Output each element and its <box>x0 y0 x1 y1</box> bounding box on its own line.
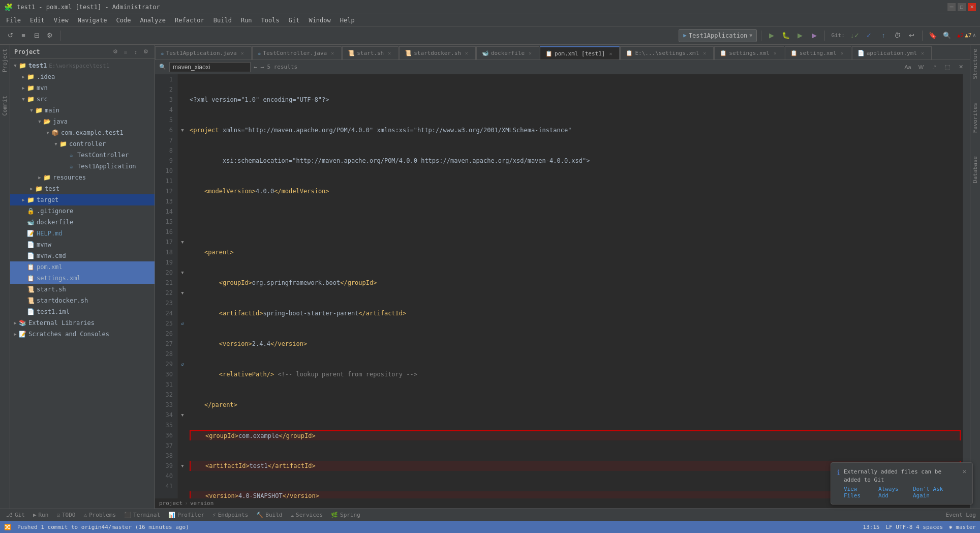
tab-dockerfile[interactable]: 🐋 dockerfile ✕ <box>476 46 539 60</box>
bottom-tab-build[interactable]: 🔨 Build <box>254 512 284 518</box>
menu-navigate[interactable]: Navigate <box>74 16 111 25</box>
find-input[interactable] <box>169 62 251 72</box>
tab-close-pomxml[interactable]: ✕ <box>607 50 614 57</box>
menu-code[interactable]: Code <box>112 16 135 25</box>
tree-item-ext-libs[interactable]: ▶ 📚 External Libraries <box>10 317 155 329</box>
coverage-button[interactable]: ▶ <box>794 29 806 42</box>
tree-item-main[interactable]: ▼ 📁 main <box>10 105 155 116</box>
git-history-button[interactable]: ⏱ <box>892 29 904 42</box>
bottom-tab-endpoints[interactable]: ⚡ Endpoints <box>210 512 250 518</box>
database-side-tab[interactable]: Database <box>970 152 980 187</box>
tab-close-applicationyml[interactable]: ✕ <box>919 50 926 57</box>
menu-window[interactable]: Window <box>304 16 334 25</box>
tab-pomxml[interactable]: 📋 pom.xml [test1] ✕ <box>540 46 620 60</box>
tree-item-helpmd[interactable]: ▶ 📝 HELP.md <box>10 228 155 239</box>
tab-startsh[interactable]: 📜 start.sh ✕ <box>342 46 399 60</box>
tree-item-idea[interactable]: ▶ 📁 .idea <box>10 71 155 82</box>
tree-item-test1iml[interactable]: ▶ 📄 test1.iml <box>10 306 155 317</box>
tab-testcontroller[interactable]: ☕ TestController.java ✕ <box>252 46 342 60</box>
tab-close-testcontroller[interactable]: ✕ <box>329 50 336 57</box>
maximize-button[interactable]: □ <box>958 3 966 11</box>
find-whole-word-btn[interactable]: W <box>916 62 926 72</box>
panel-settings-btn[interactable]: ⚙ <box>111 47 120 56</box>
project-view-button[interactable]: ≡ <box>17 29 29 42</box>
tree-item-controller[interactable]: ▼ 📁 controller <box>10 138 155 150</box>
tree-item-startdockersh[interactable]: ▶ 📜 startdocker.sh <box>10 295 155 306</box>
notif-close-button[interactable]: ✕ <box>963 468 966 475</box>
bookmarks-button[interactable]: 🔖 <box>927 29 939 42</box>
menu-analyze[interactable]: Analyze <box>136 16 170 25</box>
tree-item-startsh[interactable]: ▶ 📜 start.sh <box>10 284 155 295</box>
debug-button[interactable]: 🐛 <box>780 29 792 42</box>
tab-applicationyml[interactable]: 📄 application.yml ✕ <box>852 46 932 60</box>
git-push-button[interactable]: ↑ <box>877 29 890 42</box>
tab-startdockersh[interactable]: 📜 startdocker.sh ✕ <box>399 46 476 60</box>
code-editor[interactable]: 1 2 3 4 5 6 7 8 9 10 11 12 13 14 15 16 1… <box>155 74 970 498</box>
tree-item-test1app[interactable]: ▶ ☕ Test1Application <box>10 161 155 172</box>
menu-run[interactable]: Run <box>237 16 256 25</box>
tree-item-target[interactable]: ▶ 📁 target <box>10 194 155 205</box>
run-config-dropdown[interactable]: ▶ Test1Application ▼ <box>679 29 757 42</box>
bottom-tab-terminal[interactable]: ⬛ Terminal <box>122 512 162 518</box>
run-button[interactable]: ▶ <box>765 29 778 42</box>
find-close-btn[interactable]: ✕ <box>956 62 966 72</box>
tab-close-settingsxml[interactable]: ✕ <box>772 50 779 57</box>
tab-close-settingxml[interactable]: ✕ <box>839 50 846 57</box>
bottom-tab-services[interactable]: ☁ Services <box>288 512 325 518</box>
tree-item-package[interactable]: ▼ 📦 com.example.test1 <box>10 127 155 138</box>
find-match-case-btn[interactable]: Aa <box>903 62 913 72</box>
find-regex-btn[interactable]: .* <box>929 62 939 72</box>
tree-item-src[interactable]: ▼ 📁 src <box>10 94 155 105</box>
notif-view-files-link[interactable]: View Files <box>844 486 874 499</box>
sync-button[interactable]: ↺ <box>4 29 16 42</box>
tab-close-dockerfile[interactable]: ✕ <box>527 50 534 57</box>
search-everywhere-button[interactable]: 🔍 <box>941 29 953 42</box>
tree-root[interactable]: ▼ 📁 test1 E:\workspace\test1 <box>10 60 155 71</box>
tree-item-mvn[interactable]: ▶ 📁 mvn <box>10 82 155 94</box>
tab-close-startsh[interactable]: ✕ <box>386 50 393 57</box>
bottom-tab-run[interactable]: ▶ Run <box>31 512 51 518</box>
git-commit-button[interactable]: ✓ <box>863 29 875 42</box>
menu-view[interactable]: View <box>50 16 73 25</box>
window-controls[interactable]: ─ □ ✕ <box>947 3 976 11</box>
menu-git[interactable]: Git <box>285 16 304 25</box>
favorites-side-tab[interactable]: Favorites <box>970 99 980 137</box>
event-log-link[interactable]: Event Log <box>945 512 976 518</box>
tree-item-dockerfile[interactable]: ▶ 🐋 dockerfile <box>10 217 155 228</box>
menu-edit[interactable]: Edit <box>26 16 49 25</box>
code-content[interactable]: <?xml version="1.0" encoding="UTF-8"?> <… <box>188 74 963 498</box>
profile-button[interactable]: ▶ <box>808 29 820 42</box>
tab-settingsxml[interactable]: 📋 settings.xml ✕ <box>714 46 784 60</box>
tree-item-scratches[interactable]: ▶ 📝 Scratches and Consoles <box>10 329 155 340</box>
tree-item-testcontroller[interactable]: ▶ ☕ TestController <box>10 150 155 161</box>
tree-item-mvnw[interactable]: ▶ 📄 mvnw <box>10 239 155 250</box>
collapse-all-button[interactable]: ⊟ <box>30 29 43 42</box>
menu-tools[interactable]: Tools <box>257 16 284 25</box>
bottom-tab-problems[interactable]: ⚠ Problems <box>82 512 118 518</box>
tree-item-pomxml[interactable]: ▶ 📋 pom.xml <box>10 261 155 273</box>
menu-file[interactable]: File <box>2 16 25 25</box>
tab-settingxml[interactable]: 📋 setting.xml ✕ <box>785 46 851 60</box>
minimize-button[interactable]: ─ <box>947 3 956 11</box>
menu-build[interactable]: Build <box>209 16 236 25</box>
tree-item-gitignore[interactable]: ▶ 🔒 .gitignore <box>10 205 155 217</box>
structure-side-tab[interactable]: Structure <box>970 45 980 83</box>
find-in-selection-btn[interactable]: ⬚ <box>942 62 953 72</box>
tab-close-test1application[interactable]: ✕ <box>239 50 246 57</box>
tab-test1application[interactable]: ☕ Test1Application.java ✕ <box>155 46 252 60</box>
commit-side-tab[interactable]: Commit <box>0 92 10 120</box>
notif-always-add-link[interactable]: Always Add <box>878 486 909 499</box>
bottom-tab-todo[interactable]: ☑ TODO <box>54 512 77 518</box>
bottom-tab-git[interactable]: ⎇ Git <box>4 512 27 518</box>
bottom-tab-spring[interactable]: 🌿 Spring <box>329 512 362 518</box>
tree-item-mvnwcmd[interactable]: ▶ 📄 mvnw.cmd <box>10 250 155 261</box>
tree-item-test-folder[interactable]: ▶ 📁 test <box>10 183 155 194</box>
close-button[interactable]: ✕ <box>968 3 976 11</box>
tab-settings-ext[interactable]: 📋 E:\...\settings.xml ✕ <box>620 46 714 60</box>
panel-list-btn[interactable]: ≡ <box>121 47 130 56</box>
tree-item-java-folder[interactable]: ▼ 📂 java <box>10 116 155 127</box>
settings-button[interactable]: ⚙ <box>44 29 56 42</box>
bottom-tab-profiler[interactable]: 📊 Profiler <box>166 512 206 518</box>
tree-item-settingsxml[interactable]: ▶ 📋 settings.xml <box>10 273 155 284</box>
notif-dont-ask-link[interactable]: Don't Ask Again <box>913 486 959 499</box>
